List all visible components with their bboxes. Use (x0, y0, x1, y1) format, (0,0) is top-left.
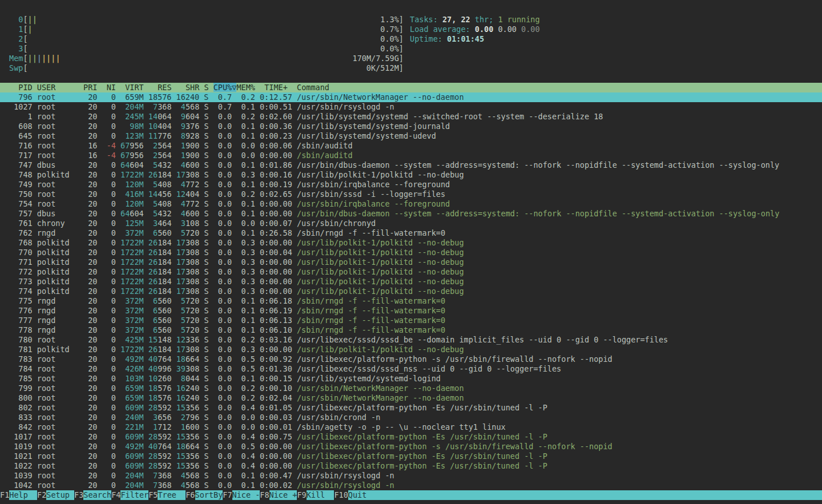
header-meters-area: 0[|| 1.3%] 1[| 0.7%] 2[ (0, 0, 822, 83)
process-row-781[interactable]: 781 polkitd 20 0 1722M 26184 17308 S 0.0… (0, 345, 822, 354)
meter-cpu-3: 3[ 0.0%] (9, 44, 404, 54)
process-row-757[interactable]: 757 dbus 20 0 64604 5432 4600 S 0.0 0.1 … (0, 209, 822, 219)
fkey-f6-label[interactable]: SortBy (195, 490, 223, 500)
column-header-user[interactable]: USER (37, 83, 79, 92)
meter-bar-green: | (33, 15, 37, 24)
process-row-799[interactable]: 799 root 20 0 659M 18576 16240 S 0.0 0.2… (0, 384, 822, 393)
fkey-f10-label[interactable]: Quit (348, 490, 822, 500)
meter-cpu-0: 0[|| 1.3%] (9, 15, 404, 25)
meter-cpu-1: 1[| 0.7%] (9, 25, 404, 34)
process-row-770[interactable]: 770 polkitd 20 0 1722M 26184 17308 S 0.0… (0, 248, 822, 257)
meter-bar-yellow: | (46, 54, 51, 63)
column-header-pri[interactable]: PRI (79, 83, 98, 92)
fkey-f10[interactable]: F10 (334, 490, 348, 500)
process-row-780[interactable]: 780 root 20 0 425M 15148 12336 S 0.0 0.2… (0, 335, 822, 345)
cpu-memory-meters: 0[|| 1.3%] 1[| 0.7%] 2[ (9, 15, 404, 73)
process-row-761[interactable]: 761 chrony 20 0 125M 3464 3108 S 0.0 0.0… (0, 219, 822, 228)
meter-bar-green: | (33, 54, 37, 63)
meter-cpu-1-label: 1 (9, 25, 23, 34)
meter-swap-label: Swp (9, 63, 23, 72)
column-header-state[interactable]: S (204, 83, 208, 92)
column-header-mem[interactable]: MEM% (236, 83, 255, 92)
process-row-842[interactable]: 842 root 20 0 221M 1712 1600 S 0.0 0.0 0… (0, 422, 822, 432)
process-row-762[interactable]: 762 rngd 20 0 372M 6560 5720 S 0.0 0.1 0… (0, 228, 822, 238)
process-row-777[interactable]: 777 rngd 20 0 372M 6560 5720 S 0.0 0.1 0… (0, 316, 822, 325)
process-row-717[interactable]: 717 root 16 -4 67956 2564 1900 S 0.0 0.0… (0, 151, 822, 160)
process-row-785[interactable]: 785 root 20 0 103M 10260 8044 S 0.0 0.1 … (0, 374, 822, 384)
fkey-f3-label[interactable]: Search (83, 490, 111, 500)
load-1min: 0.00 (475, 25, 498, 34)
fkey-f1[interactable]: F1 (0, 490, 9, 500)
process-row-1017[interactable]: 1017 root 20 0 609M 28592 15356 S 0.0 0.… (0, 432, 822, 442)
fkey-f9-label[interactable]: Kill (307, 490, 335, 500)
fkey-f7[interactable]: F7 (223, 490, 232, 500)
meter-memory-label: Mem (9, 54, 23, 63)
uptime-value: 01:01:45 (447, 34, 484, 43)
process-row-754[interactable]: 754 root 20 0 120M 5408 4772 S 0.0 0.1 0… (0, 199, 822, 209)
tasks-counts: 27, 22 (442, 15, 475, 24)
process-row-1022[interactable]: 1022 root 20 0 609M 28592 15356 S 0.0 0.… (0, 461, 822, 471)
process-row-608[interactable]: 608 root 20 0 98M 10404 9376 S 0.0 0.1 0… (0, 122, 822, 131)
meter-bar-green: | (28, 25, 33, 34)
process-row-1[interactable]: 1 root 20 0 245M 14064 9604 S 0.0 0.2 0:… (0, 112, 822, 122)
process-rows: 796 root 20 0 659M 18576 16240 S 0.7 0.2… (0, 92, 822, 490)
process-row-796[interactable]: 796 root 20 0 659M 18576 16240 S 0.7 0.2… (0, 92, 822, 102)
process-row-748[interactable]: 748 polkitd 20 0 1722M 26184 17308 S 0.0… (0, 170, 822, 180)
column-header-time[interactable]: TIME+ (255, 83, 288, 92)
process-row-776[interactable]: 776 rngd 20 0 372M 6560 5720 S 0.0 0.1 0… (0, 306, 822, 316)
fkey-f3[interactable]: F3 (74, 490, 83, 500)
column-header-virt[interactable]: VIRT (116, 83, 144, 92)
uptime-label: Uptime: (410, 34, 447, 43)
fkey-f2-label[interactable]: Setup (46, 490, 74, 500)
meter-cpu-0-label: 0 (9, 15, 23, 24)
tasks-thr-label: thr; (475, 15, 498, 24)
meter-memory-value: 170M/7.59G] (353, 54, 404, 63)
meter-cpu-3-label: 3 (9, 44, 23, 53)
process-row-802[interactable]: 802 root 20 0 609M 28592 15356 S 0.0 0.4… (0, 403, 822, 413)
column-header-pid[interactable]: PID (9, 83, 33, 92)
meter-cpu-3-value: 0.0%] (380, 44, 404, 53)
process-row-1042[interactable]: 1042 root 20 0 204M 7368 4568 S 0.0 0.1 … (0, 481, 822, 490)
fkey-f7-label[interactable]: Nice - (232, 490, 260, 500)
process-row-1019[interactable]: 1019 root 20 0 492M 40764 18664 S 0.0 0.… (0, 442, 822, 451)
fkey-f5-label[interactable]: Tree (158, 490, 186, 500)
process-row-778[interactable]: 778 rngd 20 0 372M 6560 5720 S 0.0 0.1 0… (0, 325, 822, 335)
column-header-command[interactable]: Command (297, 83, 329, 92)
column-header-shr[interactable]: SHR (172, 83, 200, 92)
column-header-res[interactable]: RES (144, 83, 172, 92)
process-row-1027[interactable]: 1027 root 20 0 204M 7368 4568 S 0.7 0.1 … (0, 102, 822, 112)
fkey-f2[interactable]: F2 (37, 490, 46, 500)
fkey-f5[interactable]: F5 (148, 490, 158, 500)
fkey-f4-label[interactable]: Filter (120, 490, 148, 500)
fkey-f1-label[interactable]: Help (9, 490, 37, 500)
fkey-f6[interactable]: F6 (186, 490, 195, 500)
fkey-f4[interactable]: F4 (111, 490, 120, 500)
process-row-773[interactable]: 773 polkitd 20 0 1722M 26184 17308 S 0.0… (0, 277, 822, 287)
process-table: PID USER PRI NI VIRT RES SHR S CPU%▽MEM%… (0, 83, 822, 490)
process-row-774[interactable]: 774 polkitd 20 0 1722M 26184 17308 S 0.0… (0, 287, 822, 296)
meter-bar-blue: | (37, 54, 42, 63)
process-row-772[interactable]: 772 polkitd 20 0 1722M 26184 17308 S 0.0… (0, 267, 822, 277)
process-row-645[interactable]: 645 root 20 0 123M 11776 8928 S 0.0 0.1 … (0, 131, 822, 141)
process-row-1039[interactable]: 1039 root 20 0 204M 7368 4568 S 0.0 0.1 … (0, 471, 822, 481)
process-row-800[interactable]: 800 root 20 0 659M 18576 16240 S 0.0 0.2… (0, 393, 822, 403)
process-row-784[interactable]: 784 root 20 0 426M 40996 39308 S 0.0 0.5… (0, 364, 822, 374)
fkey-f8[interactable]: F8 (260, 490, 269, 500)
column-header-cpu-sorted[interactable]: CPU%▽ (213, 83, 237, 92)
process-row-783[interactable]: 783 root 20 0 492M 40764 18664 S 0.0 0.5… (0, 354, 822, 364)
process-row-749[interactable]: 749 root 20 0 120M 5408 4772 S 0.0 0.1 0… (0, 180, 822, 189)
process-row-747[interactable]: 747 dbus 20 0 64604 5432 4600 S 0.0 0.1 … (0, 160, 822, 170)
process-row-833[interactable]: 833 root 20 0 240M 3656 2796 S 0.0 0.0 0… (0, 413, 822, 422)
summary-panel: Tasks: 27, 22 thr; 1 running Load averag… (410, 15, 540, 44)
process-row-750[interactable]: 750 root 20 0 416M 14456 12404 S 0.0 0.2… (0, 189, 822, 199)
process-row-768[interactable]: 768 polkitd 20 0 1722M 26184 17308 S 0.0… (0, 238, 822, 248)
fkey-f8-label[interactable]: Nice + (269, 490, 297, 500)
process-row-775[interactable]: 775 rngd 20 0 372M 6560 5720 S 0.0 0.1 0… (0, 296, 822, 306)
column-header-ni[interactable]: NI (97, 83, 116, 92)
process-row-1021[interactable]: 1021 root 20 0 609M 28592 15356 S 0.0 0.… (0, 451, 822, 461)
fkey-f9[interactable]: F9 (297, 490, 306, 500)
tasks-label: Tasks: (410, 15, 442, 24)
process-row-716[interactable]: 716 root 16 -4 67956 2564 1900 S 0.0 0.0… (0, 141, 822, 151)
meter-swap: Swp[ 0K/512M] (9, 63, 404, 73)
process-row-771[interactable]: 771 polkitd 20 0 1722M 26184 17308 S 0.0… (0, 257, 822, 267)
